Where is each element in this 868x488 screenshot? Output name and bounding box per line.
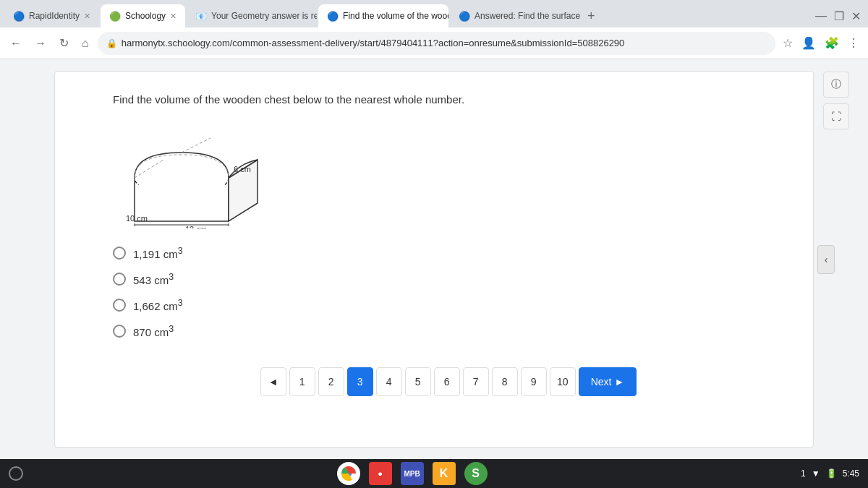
refresh-button[interactable]: ↻ [55,33,73,53]
choice-b-label: 543 cm3 [133,272,174,286]
lock-icon: 🔒 [106,38,117,48]
svg-text:10 cm: 10 cm [126,214,148,223]
info-icon: ⓘ [831,78,841,91]
chrome-app-icon[interactable] [337,462,360,485]
tab-favicon: 📧 [195,11,207,22]
radio-d[interactable] [113,325,126,338]
tab-schoology[interactable]: 🟢 Schoology ✕ [101,4,185,27]
taskbar: ● MPB K S 1 ▼ 🔋 5:45 [0,459,868,488]
restore-button[interactable]: ❐ [831,7,847,26]
fullscreen-icon: ⛶ [831,111,841,122]
page-3-button[interactable]: 3 [347,367,373,396]
info-button[interactable]: ⓘ [823,72,849,98]
choice-c[interactable]: 1,662 cm3 [113,298,784,312]
taskbar-circle [9,466,23,481]
radio-c[interactable] [113,299,126,312]
chest-figure: 6 cm 12 cm 10 cm [113,120,272,228]
fullscreen-button[interactable]: ⛶ [823,103,849,129]
nav-right: ☆ 👤 🧩 ⋮ [780,33,862,53]
browser-frame: 🔵 RapidIdentity ✕ 🟢 Schoology ✕ 📧 Your G… [0,0,868,59]
tab-label: Your Geometry answer is read [211,11,317,21]
collapse-icon: ‹ [825,254,828,265]
tab-label: Schoology [125,11,166,21]
page-9-button[interactable]: 9 [521,367,547,396]
page-5-button[interactable]: 5 [405,367,431,396]
question-text: Find the volume of the wooden chest belo… [113,93,784,106]
page-8-button[interactable]: 8 [492,367,518,396]
tab-close[interactable]: ✕ [170,12,176,21]
radio-b[interactable] [113,273,126,286]
taskbar-center: ● MPB K S [337,462,488,485]
profile-button[interactable]: 👤 [799,33,819,53]
svg-text:6 cm: 6 cm [234,165,251,174]
collapse-toggle[interactable]: ‹ [817,245,835,274]
choice-d-label: 870 cm3 [133,324,174,338]
pagination: ◄ 1 2 3 4 5 6 7 8 9 10 Next ► [113,367,784,396]
taskbar-left [9,466,23,481]
close-window-button[interactable]: ✕ [848,7,864,26]
time-display: 5:45 [843,468,859,479]
prev-page-button[interactable]: ◄ [260,367,286,396]
choice-a-label: 1,191 cm3 [133,246,183,260]
figure-area: 6 cm 12 cm 10 cm [113,120,784,231]
radio-a[interactable] [113,247,126,260]
tab-close[interactable]: ✕ [84,12,90,21]
choice-b[interactable]: 543 cm3 [113,272,784,286]
page-1-button[interactable]: 1 [289,367,315,396]
choice-a[interactable]: 1,191 cm3 [113,246,784,260]
address-text: harmonytx.schoology.com/common-assessmen… [122,38,767,48]
back-button[interactable]: ← [6,34,26,53]
mpb-icon[interactable]: MPB [401,462,424,485]
page-4-button[interactable]: 4 [376,367,402,396]
taskbar-right: 1 ▼ 🔋 5:45 [801,468,859,479]
bookmarks-button[interactable]: ☆ [780,33,796,53]
page-6-button[interactable]: 6 [434,367,460,396]
battery-icon: 🔋 [826,468,837,479]
tab-favicon: 🔵 [13,11,25,22]
tab-geometry[interactable]: 📧 Your Geometry answer is read ✕ [187,4,317,27]
tab-favicon: 🔵 [327,11,339,22]
next-page-button[interactable]: Next ► [579,367,637,396]
schoology-icon[interactable]: ● [369,462,392,485]
choice-c-label: 1,662 cm3 [133,298,183,312]
sidebar-icons: ⓘ ⛶ [823,72,849,129]
taskbar-number: 1 [801,468,806,479]
page-2-button[interactable]: 2 [318,367,344,396]
svg-line-4 [182,138,210,153]
wifi-icon: ▼ [812,468,820,479]
quiz-container: Find the volume of the wooden chest belo… [54,71,814,448]
home-button[interactable]: ⌂ [77,34,93,53]
tab-favicon: 🟢 [109,11,121,22]
extensions-button[interactable]: 🧩 [822,33,842,53]
tab-volume[interactable]: 🔵 Find the volume of the woode ✕ [318,4,448,27]
address-bar[interactable]: 🔒 harmonytx.schoology.com/common-assessm… [98,32,775,55]
page-10-button[interactable]: 10 [550,367,576,396]
tab-label: Find the volume of the woode [343,11,448,21]
tab-bar: 🔵 RapidIdentity ✕ 🟢 Schoology ✕ 📧 Your G… [0,0,868,27]
svg-text:12 cm: 12 cm [185,225,207,228]
minimize-button[interactable]: — [812,7,830,25]
k-app-icon[interactable]: K [433,462,456,485]
new-tab-button[interactable]: + [582,9,601,24]
tab-label: Answered: Find the surface ar [475,11,580,21]
forward-button[interactable]: → [30,34,51,53]
page-7-button[interactable]: 7 [463,367,489,396]
tab-favicon: 🔵 [459,11,470,22]
tab-answered[interactable]: 🔵 Answered: Find the surface ar ✕ [450,4,580,27]
answer-choices: 1,191 cm3 543 cm3 1,662 cm3 870 cm3 [113,246,784,338]
s-app-icon[interactable]: S [464,462,488,485]
nav-bar: ← → ↻ ⌂ 🔒 harmonytx.schoology.com/common… [0,27,868,59]
page-content: Find the volume of the wooden chest belo… [0,59,868,459]
menu-button[interactable]: ⋮ [845,33,862,53]
tab-rapididentity[interactable]: 🔵 RapidIdentity ✕ [4,4,99,27]
choice-d[interactable]: 870 cm3 [113,324,784,338]
tab-label: RapidIdentity [29,11,80,21]
